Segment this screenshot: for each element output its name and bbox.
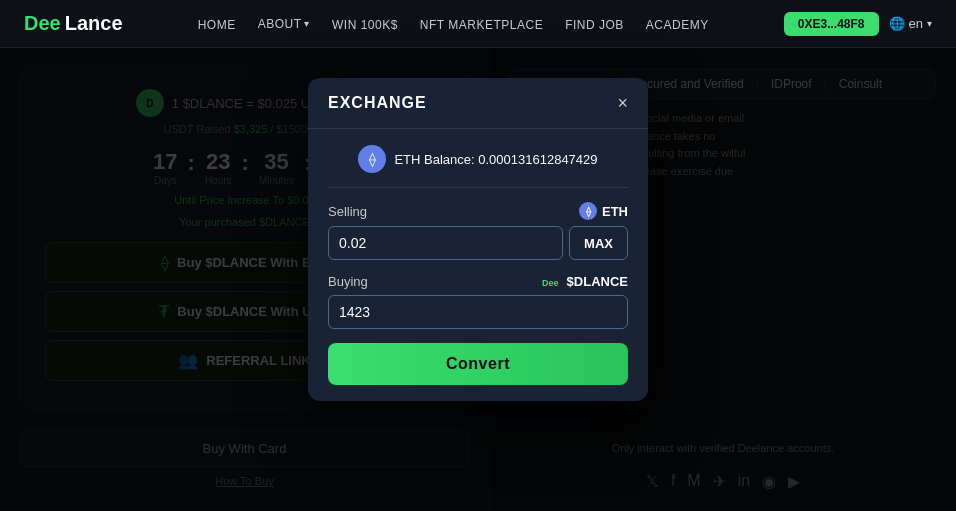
logo-dee: Dee: [24, 12, 61, 35]
modal-close-button[interactable]: ×: [617, 94, 628, 112]
selling-input[interactable]: [328, 226, 563, 260]
globe-icon: 🌐: [889, 16, 905, 31]
chevron-down-icon: ▾: [927, 18, 932, 29]
nav-academy[interactable]: ACADEMY: [646, 18, 709, 32]
selling-field-row: Selling ⟠ ETH: [328, 202, 628, 220]
nav-right: 0XE3...48F8 🌐 en ▾: [784, 12, 932, 36]
nav-home[interactable]: HOME: [198, 18, 236, 32]
balance-row: ⟠ ETH Balance: 0.000131612847429: [328, 145, 628, 173]
modal-title: EXCHANGE: [328, 94, 427, 112]
buying-currency: Dee $DLANCE: [540, 274, 628, 289]
dee-logo-badge: Dee: [540, 275, 562, 289]
modal-header: EXCHANGE ×: [308, 78, 648, 129]
buying-field-row: Buying Dee $DLANCE: [328, 274, 628, 289]
buying-currency-label: $DLANCE: [567, 274, 628, 289]
modal-overlay: EXCHANGE × ⟠ ETH Balance: 0.000131612847…: [0, 48, 956, 511]
divider: [328, 187, 628, 188]
convert-button[interactable]: Convert: [328, 343, 628, 385]
eth-badge: ⟠: [579, 202, 597, 220]
buying-input[interactable]: [328, 295, 628, 329]
navbar: Dee Lance HOME ABOUT▾ WIN 100K$ NFT MARK…: [0, 0, 956, 48]
lang-label: en: [909, 16, 923, 31]
nav-about[interactable]: ABOUT▾: [258, 17, 310, 31]
chevron-down-icon: ▾: [304, 18, 310, 29]
selling-currency-label: ETH: [602, 204, 628, 219]
svg-text:Dee: Dee: [542, 278, 559, 288]
eth-logo: ⟠: [358, 145, 386, 173]
exchange-modal: EXCHANGE × ⟠ ETH Balance: 0.000131612847…: [308, 78, 648, 401]
lang-button[interactable]: 🌐 en ▾: [889, 16, 932, 31]
selling-input-row: MAX: [328, 226, 628, 260]
nav-nft[interactable]: NFT MARKETPLACE: [420, 18, 543, 32]
max-button[interactable]: MAX: [569, 226, 628, 260]
balance-text: ETH Balance: 0.000131612847429: [394, 152, 597, 167]
nav-job[interactable]: FIND JOB: [565, 18, 624, 32]
modal-body: ⟠ ETH Balance: 0.000131612847429 Selling…: [308, 129, 648, 401]
nav-links: HOME ABOUT▾ WIN 100K$ NFT MARKETPLACE FI…: [198, 15, 709, 33]
buying-label: Buying: [328, 274, 368, 289]
nav-win[interactable]: WIN 100K$: [332, 18, 398, 32]
logo: Dee Lance: [24, 12, 123, 35]
wallet-button[interactable]: 0XE3...48F8: [784, 12, 879, 36]
main-area: D 1 $DLANCE = $0.025 USDT ⟠ USDT Raised …: [0, 48, 956, 511]
selling-label: Selling: [328, 204, 367, 219]
logo-lance: Lance: [65, 12, 123, 35]
selling-currency: ⟠ ETH: [579, 202, 628, 220]
